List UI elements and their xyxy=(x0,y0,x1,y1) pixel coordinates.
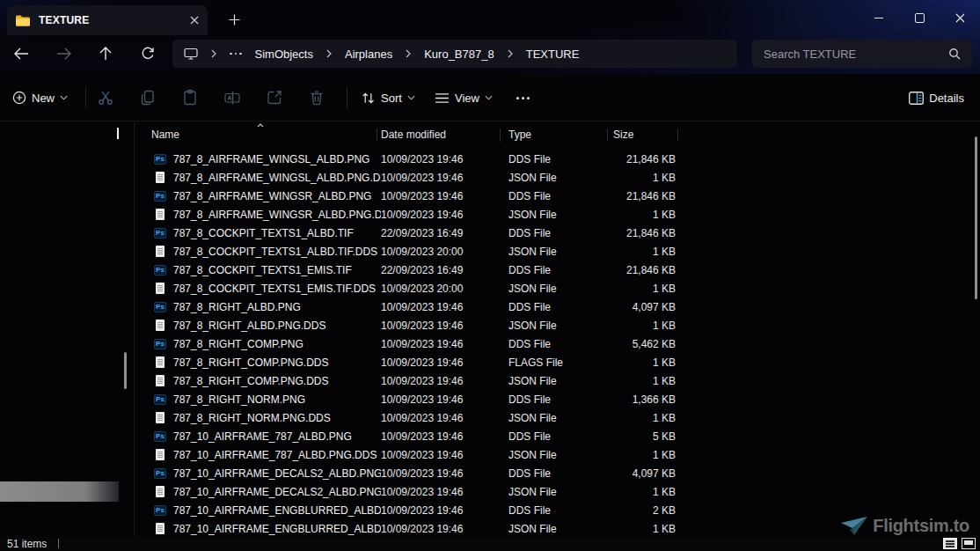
column-header-size[interactable]: Size xyxy=(613,129,633,141)
breadcrumb-kuro-b787-8[interactable]: Kuro_B787_8 xyxy=(424,48,494,61)
delete-button[interactable] xyxy=(308,89,325,107)
status-bar: 51 items xyxy=(0,536,980,551)
file-size: 1 KB xyxy=(596,283,676,295)
file-name: 787_8_COCKPIT_TEXTS1_ALBD.TIF.DDS xyxy=(173,246,381,258)
breadcrumb-airplanes[interactable]: Airplanes xyxy=(345,48,392,61)
paste-button[interactable] xyxy=(181,89,199,107)
file-row[interactable]: Ps787_8_AIRFRAME_WINGSL_ALBD.PNG10/09/20… xyxy=(134,150,697,168)
rename-button[interactable] xyxy=(223,89,241,107)
file-row[interactable]: 787_8_AIRFRAME_WINGSR_ALBD.PNG.DDS10/09/… xyxy=(134,205,697,224)
column-header-name[interactable]: Name xyxy=(151,129,179,141)
document-file-icon xyxy=(154,449,166,460)
document-glyph xyxy=(156,523,165,534)
file-row[interactable]: 787_8_COCKPIT_TEXTS1_ALBD.TIF.DDS10/09/2… xyxy=(134,242,697,261)
file-name: 787_8_RIGHT_ALBD.PNG.DDS xyxy=(173,320,381,332)
photoshop-file-icon: Ps xyxy=(154,191,166,202)
more-options-button[interactable] xyxy=(514,89,531,107)
sidebar-scrollbar-thumb[interactable] xyxy=(124,352,127,389)
close-button[interactable] xyxy=(940,0,980,35)
document-glyph xyxy=(156,172,165,183)
file-row[interactable]: Ps787_8_RIGHT_COMP.PNG10/09/2023 19:46DD… xyxy=(134,334,697,353)
explorer-tab[interactable]: TEXTURE xyxy=(7,5,208,35)
details-pane-button[interactable]: Details xyxy=(909,74,964,121)
file-row[interactable]: 787_10_AIRFRAME_ENGBLURRED_ALBD.P...10/0… xyxy=(134,519,697,538)
file-row[interactable]: Ps787_10_AIRFRAME_ENGBLURRED_ALBD.P...10… xyxy=(134,501,697,519)
file-row[interactable]: 787_8_COCKPIT_TEXTS1_EMIS.TIF.DDS10/09/2… xyxy=(134,279,697,298)
file-date-modified: 10/09/2023 19:46 xyxy=(381,412,508,424)
chevron-down-icon xyxy=(407,95,415,100)
file-row[interactable]: 787_8_RIGHT_COMP.PNG.DDS10/09/2023 19:46… xyxy=(134,353,697,371)
column-header-type[interactable]: Type xyxy=(508,129,531,141)
up-button[interactable] xyxy=(95,43,116,64)
maximize-button[interactable] xyxy=(899,0,940,35)
sort-button[interactable]: Sort xyxy=(361,74,415,121)
status-divider xyxy=(58,539,59,548)
chevron-right-icon xyxy=(326,49,332,58)
file-name: 787_8_AIRFRAME_WINGSL_ALBD.PNG.DDS xyxy=(173,172,381,184)
sort-button-label: Sort xyxy=(381,92,402,105)
window-chrome: TEXTURE xyxy=(0,0,980,74)
search-input[interactable]: Search TEXTURE xyxy=(752,40,972,68)
file-size: 1 KB xyxy=(596,486,676,498)
tab-close-icon[interactable] xyxy=(190,16,199,25)
breadcrumb-overflow-icon[interactable] xyxy=(230,53,242,55)
file-date-modified: 10/09/2023 19:46 xyxy=(381,486,508,498)
file-size: 5 KB xyxy=(596,430,676,443)
column-header-date[interactable]: Date modified xyxy=(381,129,446,141)
details-view-toggle-icon[interactable] xyxy=(943,538,957,549)
file-row[interactable]: Ps787_8_COCKPIT_TEXTS1_ALBD.TIF22/09/202… xyxy=(134,224,697,242)
file-row[interactable]: Ps787_8_RIGHT_ALBD.PNG10/09/2023 19:46DD… xyxy=(134,298,697,316)
minimize-button[interactable] xyxy=(859,0,899,35)
file-row[interactable]: Ps787_10_AIRFRAME_DECALS2_ALBD.PNG10/09/… xyxy=(134,464,697,482)
file-row[interactable]: 787_10_AIRFRAME_DECALS2_ALBD.PNG....10/0… xyxy=(134,482,697,501)
file-name: 787_8_RIGHT_COMP.PNG.DDS xyxy=(173,375,381,387)
items-count: 51 items xyxy=(7,538,47,550)
refresh-button[interactable] xyxy=(137,43,158,64)
file-row[interactable]: Ps787_10_AIRFRAME_787_ALBD.PNG10/09/2023… xyxy=(134,427,697,445)
file-date-modified: 10/09/2023 19:46 xyxy=(381,338,508,350)
photoshop-file-icon: Ps xyxy=(154,394,166,405)
file-row[interactable]: 787_8_RIGHT_NORM.PNG.DDS10/09/2023 19:46… xyxy=(134,408,697,427)
file-size: 1 KB xyxy=(596,412,676,424)
view-button[interactable]: View xyxy=(435,74,493,121)
file-size: 1 KB xyxy=(596,375,676,387)
file-row[interactable]: 787_10_AIRFRAME_787_ALBD.PNG.DDS10/09/20… xyxy=(134,445,697,464)
file-type: DDS File xyxy=(508,227,596,239)
view-toggles xyxy=(943,538,976,549)
photoshop-badge: Ps xyxy=(154,505,166,516)
file-row[interactable]: 787_8_RIGHT_COMP.PNG.DDS10/09/2023 19:46… xyxy=(134,371,697,390)
tab-title: TEXTURE xyxy=(39,14,190,26)
photoshop-badge: Ps xyxy=(154,394,166,405)
large-icons-view-toggle-icon[interactable] xyxy=(962,538,976,549)
file-name: 787_8_AIRFRAME_WINGSR_ALBD.PNG xyxy=(173,190,381,202)
new-button[interactable]: New xyxy=(12,74,68,121)
file-row[interactable]: 787_8_RIGHT_ALBD.PNG.DDS10/09/2023 19:46… xyxy=(134,316,697,334)
file-name: 787_10_AIRFRAME_ENGBLURRED_ALBD.P... xyxy=(173,504,381,517)
photoshop-file-icon: Ps xyxy=(154,154,166,165)
cut-button[interactable] xyxy=(97,89,114,107)
file-size: 21,846 KB xyxy=(596,264,676,276)
file-size: 21,846 KB xyxy=(596,190,676,202)
document-glyph xyxy=(156,375,165,386)
file-row[interactable]: Ps787_8_AIRFRAME_WINGSR_ALBD.PNG10/09/20… xyxy=(134,187,697,205)
file-type: DDS File xyxy=(508,153,596,165)
file-row[interactable]: Ps787_8_COCKPIT_TEXTS1_EMIS.TIF22/09/202… xyxy=(134,261,697,279)
breadcrumb-simobjects[interactable]: SimObjects xyxy=(255,48,313,61)
address-bar[interactable]: SimObjects Airplanes Kuro_B787_8 TEXTURE xyxy=(172,40,737,68)
share-button[interactable] xyxy=(266,89,283,107)
copy-button[interactable] xyxy=(139,89,157,107)
document-glyph xyxy=(156,486,165,497)
forward-button[interactable] xyxy=(53,43,74,64)
search-icon[interactable] xyxy=(948,48,961,60)
photoshop-file-icon: Ps xyxy=(154,431,166,442)
breadcrumb-texture[interactable]: TEXTURE xyxy=(526,48,580,61)
file-type: DDS File xyxy=(508,301,596,313)
file-row[interactable]: 787_8_AIRFRAME_WINGSL_ALBD.PNG.DDS10/09/… xyxy=(134,168,697,187)
list-scrollbar-thumb[interactable] xyxy=(975,136,977,299)
file-size: 1 KB xyxy=(596,172,676,184)
back-button[interactable] xyxy=(11,43,32,64)
file-row[interactable]: Ps787_8_RIGHT_NORM.PNG10/09/2023 19:46DD… xyxy=(134,390,697,408)
new-tab-button[interactable] xyxy=(222,7,246,32)
file-name: 787_8_RIGHT_NORM.PNG xyxy=(173,393,381,406)
file-type: JSON File xyxy=(508,486,596,498)
